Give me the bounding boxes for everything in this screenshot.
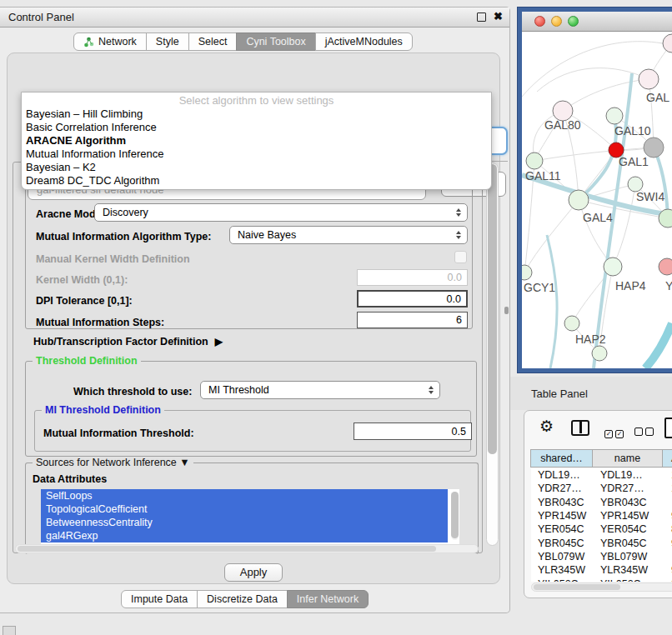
table-cell: 12 [664, 482, 672, 494]
cyni-mode-tabs: Impute DataDiscretize DataInfer Network [121, 590, 369, 608]
network-view-window: GALGAL80GAL10GAL1GAL11SWI4GAL4GCY1HAP4YH… [517, 7, 672, 373]
combo-arrows-icon [429, 386, 434, 394]
table-cell: YLR345W [531, 564, 594, 576]
table-row[interactable]: YBR045CYBR045C9. [531, 536, 672, 549]
data-attribute-item[interactable]: TopologicalCoefficient [41, 502, 448, 516]
table-cell: 9. [664, 538, 672, 549]
restore-icon[interactable] [477, 12, 486, 22]
node-label: GAL11 [525, 169, 561, 182]
network-node[interactable] [663, 34, 672, 52]
table-cell: YPR145W [531, 510, 594, 522]
deselect-all-icon[interactable] [634, 424, 656, 439]
kernel-width-field[interactable]: 0.0 [357, 269, 468, 286]
algorithm-option[interactable]: Bayesian – K2 [26, 161, 491, 174]
table-row[interactable]: YBL079WYBL079W [531, 550, 672, 563]
tab-discretize-data[interactable]: Discretize Data [197, 590, 288, 608]
data-attribute-item[interactable]: SelfLoops [41, 489, 448, 502]
close-button[interactable] [534, 16, 545, 27]
tab-network[interactable]: Network [73, 32, 147, 51]
network-node[interactable] [526, 152, 543, 169]
table-row[interactable]: YPR145WYPR145W9. [531, 509, 672, 522]
column-header-shared-[interactable]: shared… [530, 449, 593, 468]
algorithm-definition-group: Algorithm Definition Aracne Mode: Discov… [25, 184, 473, 329]
algorithm-option[interactable]: Basic Correlation Inference [26, 121, 491, 134]
network-node[interactable] [659, 258, 672, 275]
control-panel-tabs: NetworkStyleSelectCyni ToolboxjActiveMNo… [73, 32, 413, 51]
tab-label: jActiveMNodules [325, 36, 403, 48]
tab-style[interactable]: Style [146, 32, 189, 51]
collapsed-panel-icon[interactable] [3, 626, 16, 635]
list-scrollbar[interactable] [451, 492, 459, 540]
tab-select[interactable]: Select [188, 32, 238, 51]
node-label: GAL10 [614, 124, 651, 138]
manual-kernel-checkbox[interactable] [454, 251, 467, 263]
tab-infer-network[interactable]: Infer Network [287, 590, 369, 608]
table-row[interactable]: YLR345WYLR345W9. [531, 563, 672, 577]
mi-type-combo[interactable]: Naive Bayes [229, 226, 468, 244]
table-row[interactable]: YER054CYER054C8. [531, 522, 672, 536]
network-node[interactable] [606, 108, 623, 124]
tab-cyni-toolbox[interactable]: Cyni Toolbox [236, 32, 315, 51]
report-icon[interactable] [664, 418, 672, 438]
table-cell: YBL079W [594, 551, 664, 562]
apply-button[interactable]: Apply [224, 563, 283, 582]
zoom-button[interactable] [568, 16, 579, 27]
table-cell: 13 [664, 469, 672, 481]
algorithm-option[interactable]: ARACNE Algorithm [26, 134, 491, 148]
mi-threshold-definition-group: MI Threshold Definition Mutual Informati… [34, 410, 471, 452]
network-node[interactable] [564, 316, 579, 331]
data-attributes-label: Data Attributes [33, 473, 107, 485]
table-cell: 9. [664, 564, 672, 576]
column-header-name[interactable]: name [592, 449, 663, 468]
data-attribute-item[interactable]: BetweennessCentrality [41, 516, 448, 529]
mi-threshold-field[interactable]: 0.5 [354, 422, 472, 440]
sources-title-text: Sources for Network Inference [36, 457, 177, 468]
algorithm-option[interactable]: Bayesian – Hill Climbing [26, 108, 491, 121]
table-cell: YLR345W [594, 564, 664, 576]
minimize-button[interactable] [551, 16, 562, 27]
data-attributes-list[interactable]: SelfLoopsTopologicalCoefficientBetweenne… [41, 489, 459, 545]
expand-right-icon[interactable]: ▶ [215, 336, 223, 348]
sources-group: Sources for Network Inference ▼ Data Att… [25, 462, 479, 554]
which-threshold-combo[interactable]: MI Threshold [200, 381, 440, 399]
data-attribute-item[interactable]: gal4RGexp [41, 529, 448, 542]
collapse-down-icon[interactable]: ▼ [179, 457, 189, 468]
control-panel-title: Control Panel [8, 11, 74, 23]
panel-divider-grip[interactable] [504, 307, 509, 314]
table-row[interactable]: YDL19…YDL19…13 [531, 468, 672, 482]
algorithm-option[interactable]: Dream8 DC_TDC Algorithm [26, 174, 491, 188]
gear-icon[interactable]: ⚙ [539, 417, 554, 436]
split-view-icon[interactable] [571, 420, 589, 436]
settings-vertical-scrollbar[interactable] [486, 162, 499, 546]
tab-jactivemnodules[interactable]: jActiveMNodules [315, 32, 413, 51]
close-icon[interactable]: ✖ [494, 10, 503, 22]
kernel-width-label: Kernel Width (0,1): [36, 274, 128, 286]
aracne-mode-combo[interactable]: Discovery [94, 203, 468, 222]
table-row[interactable]: YDR27…YDR27…12 [531, 482, 672, 495]
table-row[interactable]: YBR043CYBR043C [531, 496, 672, 509]
dpi-tolerance-field[interactable]: 0.0 [357, 290, 468, 308]
table-row[interactable]: YIL052CYIL052C9. [531, 577, 672, 582]
network-node[interactable] [522, 265, 532, 280]
mi-steps-field[interactable]: 6 [357, 312, 468, 328]
network-node[interactable] [604, 258, 622, 276]
tab-impute-data[interactable]: Impute Data [121, 590, 198, 608]
hub-tf-definition-toggle[interactable]: Hub/Transcription Factor Definition▶ [33, 336, 223, 348]
which-threshold-value: MI Threshold [208, 384, 269, 396]
node-label: HAP2 [575, 332, 606, 346]
network-node[interactable] [569, 190, 589, 210]
control-panel-body: gal-filtered sif default node Select alg… [7, 52, 500, 584]
mi-threshold-definition-title: MI Threshold Definition [42, 404, 164, 416]
network-node[interactable] [592, 346, 607, 361]
tab-label: Impute Data [131, 593, 188, 605]
tab-label: Style [156, 36, 179, 48]
algorithm-option[interactable]: Mutual Information Inference [26, 148, 491, 161]
node-label: HAP4 [615, 279, 646, 292]
network-canvas[interactable]: GALGAL80GAL10GAL1GAL11SWI4GAL4GCY1HAP4YH… [522, 32, 672, 368]
settings-horizontal-scrollbar[interactable] [15, 544, 479, 553]
column-header-a[interactable]: A [662, 449, 672, 468]
select-all-icon[interactable]: ✓✓ [604, 424, 626, 439]
network-node[interactable] [639, 69, 659, 89]
network-edge [654, 148, 668, 218]
table-horizontal-scrollbar[interactable] [531, 582, 672, 592]
